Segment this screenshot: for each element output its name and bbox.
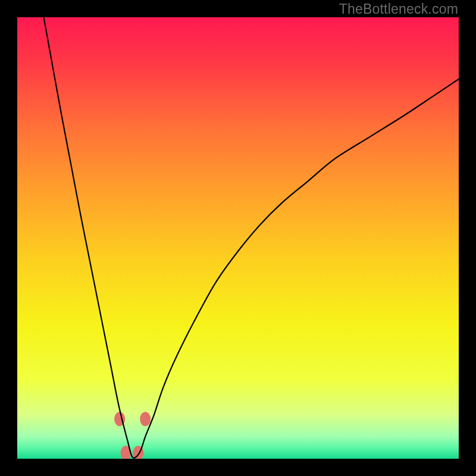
curve-marker: [140, 412, 151, 426]
curve-layer: [17, 17, 459, 459]
watermark-text: TheBottleneck.com: [339, 1, 458, 17]
bottleneck-curve: [44, 17, 459, 458]
plot-area: [17, 17, 459, 459]
